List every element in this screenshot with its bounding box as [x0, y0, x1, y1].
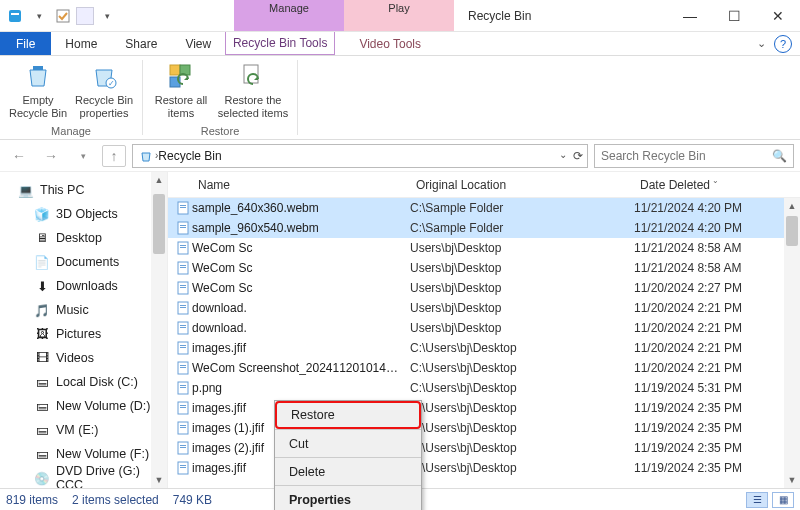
qat-dropdown-1[interactable]: ▾ [28, 5, 50, 27]
files-scrollbar[interactable]: ▲ ▼ [784, 198, 800, 488]
context-menu: Restore Cut Delete Properties [274, 400, 422, 510]
nav-back-button[interactable]: ← [6, 143, 32, 169]
tab-view[interactable]: View [171, 32, 225, 55]
table-row[interactable]: images.jfifC:\Users\bj\Desktop11/19/2024… [168, 458, 800, 478]
help-icon[interactable]: ? [774, 35, 792, 53]
ribbon-collapse-icon[interactable]: ⌄ [757, 37, 766, 50]
cell-date: 11/21/2024 8:58 AM [634, 261, 800, 275]
close-button[interactable]: ✕ [756, 0, 800, 31]
objects3d-icon: 🧊 [34, 207, 50, 222]
nav-desktop[interactable]: 🖥Desktop [0, 226, 167, 250]
nav-forward-button[interactable]: → [38, 143, 64, 169]
table-row[interactable]: sample_640x360.webmC:\Sample Folder11/21… [168, 198, 800, 218]
view-details-button[interactable]: ☰ [746, 492, 768, 508]
svg-rect-27 [180, 307, 186, 308]
table-row[interactable]: images (1).jfifC:\Users\bj\Desktop11/19/… [168, 418, 800, 438]
desktop-icon: 🖥 [34, 231, 50, 245]
nav-dvd-drive-g[interactable]: 💿DVD Drive (G:) CCC [0, 466, 167, 488]
column-date-deleted[interactable]: Date Deleted⌄ [634, 178, 800, 192]
qat-dropdown-2[interactable]: ▾ [96, 5, 118, 27]
table-row[interactable]: p.pngC:\Users\bj\Desktop11/19/2024 5:31 … [168, 378, 800, 398]
context-menu-delete[interactable]: Delete [275, 457, 421, 485]
view-large-icons-button[interactable]: ▦ [772, 492, 794, 508]
svg-rect-29 [180, 325, 186, 326]
table-row[interactable]: images (2).jfifC:\Users\bj\Desktop11/19/… [168, 438, 800, 458]
scroll-down-icon[interactable]: ▼ [151, 472, 167, 488]
table-row[interactable]: WeCom ScUsers\bj\Desktop11/21/2024 8:58 … [168, 238, 800, 258]
nav-pictures[interactable]: 🖼Pictures [0, 322, 167, 346]
table-row[interactable]: WeCom ScUsers\bj\Desktop11/21/2024 8:58 … [168, 258, 800, 278]
nav-recent-dropdown[interactable]: ▾ [70, 143, 96, 169]
restore-all-button[interactable]: Restore all items [151, 60, 211, 123]
nav-vm-e[interactable]: 🖴VM (E:) [0, 418, 167, 442]
recycle-bin-properties-button[interactable]: ✓ Recycle Bin properties [74, 60, 134, 123]
nav-music[interactable]: 🎵Music [0, 298, 167, 322]
app-icon[interactable] [4, 5, 26, 27]
empty-recycle-bin-button[interactable]: Empty Recycle Bin [8, 60, 68, 123]
svg-rect-20 [180, 265, 186, 266]
dvd-icon: 💿 [34, 471, 50, 486]
nav-this-pc[interactable]: 💻This PC [0, 178, 167, 202]
scroll-thumb[interactable] [153, 194, 165, 254]
nav-scrollbar[interactable]: ▲ ▼ [151, 172, 167, 488]
nav-up-button[interactable]: ↑ [102, 145, 126, 167]
svg-rect-33 [180, 347, 186, 348]
minimize-button[interactable]: ― [668, 0, 712, 31]
column-original-location[interactable]: Original Location [410, 178, 634, 192]
file-icon [174, 401, 192, 415]
restore-selected-button[interactable]: Restore the selected items [217, 60, 289, 123]
table-row[interactable]: download.Users\bj\Desktop11/20/2024 2:21… [168, 318, 800, 338]
cell-name: sample_960x540.webm [192, 221, 410, 235]
scroll-thumb[interactable] [786, 216, 798, 246]
scroll-up-icon[interactable]: ▲ [784, 198, 800, 214]
svg-rect-45 [180, 427, 186, 428]
file-icon [174, 281, 192, 295]
tab-share[interactable]: Share [111, 32, 171, 55]
table-row[interactable]: download.Users\bj\Desktop11/20/2024 2:21… [168, 298, 800, 318]
tab-video-tools[interactable]: Video Tools [335, 32, 445, 55]
file-icon [174, 361, 192, 375]
ribbon-tabs: File Home Share View Recycle Bin Tools V… [0, 32, 800, 56]
ribbon: Empty Recycle Bin ✓ Recycle Bin properti… [0, 56, 800, 140]
scroll-up-icon[interactable]: ▲ [151, 172, 167, 188]
nav-new-volume-d[interactable]: 🖴New Volume (D:) [0, 394, 167, 418]
nav-documents[interactable]: 📄Documents [0, 250, 167, 274]
table-row[interactable]: WeCom ScUsers\bj\Desktop11/20/2024 2:27 … [168, 278, 800, 298]
context-menu-cut[interactable]: Cut [275, 429, 421, 457]
context-menu-properties[interactable]: Properties [275, 485, 421, 510]
file-icon [174, 321, 192, 335]
breadcrumb[interactable]: Recycle Bin [158, 149, 221, 163]
qat-doc-icon[interactable] [76, 7, 94, 25]
search-icon[interactable]: 🔍 [772, 149, 787, 163]
contextual-tab-manage[interactable]: Manage [234, 0, 344, 31]
contextual-tabs: Manage Play [234, 0, 454, 31]
scroll-down-icon[interactable]: ▼ [784, 472, 800, 488]
tab-home[interactable]: Home [51, 32, 111, 55]
column-name[interactable]: Name [192, 178, 410, 192]
table-row[interactable]: WeCom Screenshot_202411201014…C:\Users\b… [168, 358, 800, 378]
nav-videos[interactable]: 🎞Videos [0, 346, 167, 370]
tab-file[interactable]: File [0, 32, 51, 55]
maximize-button[interactable]: ☐ [712, 0, 756, 31]
qat-checkbox[interactable] [52, 5, 74, 27]
context-menu-restore[interactable]: Restore [275, 401, 421, 429]
svg-rect-14 [180, 225, 186, 226]
address-bar[interactable]: › Recycle Bin ⌄ ⟳ [132, 144, 588, 168]
address-dropdown-icon[interactable]: ⌄ [559, 149, 567, 163]
cell-name: download. [192, 301, 410, 315]
nav-local-disk-c[interactable]: 🖴Local Disk (C:) [0, 370, 167, 394]
svg-rect-0 [9, 10, 21, 22]
nav-3d-objects[interactable]: 🧊3D Objects [0, 202, 167, 226]
recycle-bin-icon [137, 149, 155, 163]
table-row[interactable]: sample_960x540.webmC:\Sample Folder11/21… [168, 218, 800, 238]
search-input[interactable]: Search Recycle Bin 🔍 [594, 144, 794, 168]
file-icon [174, 241, 192, 255]
contextual-tab-play[interactable]: Play [344, 0, 454, 31]
table-row[interactable]: images.jfifC:\Users\bj\Desktop11/19/2024… [168, 398, 800, 418]
nav-downloads[interactable]: ⬇Downloads [0, 274, 167, 298]
refresh-icon[interactable]: ⟳ [573, 149, 583, 163]
table-row[interactable]: images.jfifC:\Users\bj\Desktop11/20/2024… [168, 338, 800, 358]
tab-recycle-bin-tools[interactable]: Recycle Bin Tools [225, 32, 335, 55]
nav-new-volume-f[interactable]: 🖴New Volume (F:) [0, 442, 167, 466]
cell-date: 11/20/2024 2:27 PM [634, 281, 800, 295]
